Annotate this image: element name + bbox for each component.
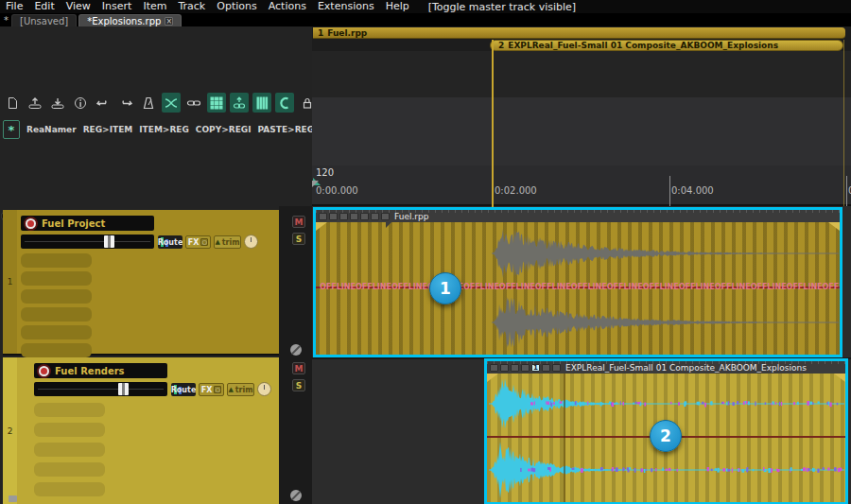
- track-2-pan-knob[interactable]: [257, 382, 271, 396]
- toolbar-button-paste-reg[interactable]: PASTE>REG: [258, 125, 315, 134]
- fade-out-handle[interactable]: [834, 374, 845, 382]
- track-1-number[interactable]: 1: [3, 210, 17, 354]
- active-take-badge[interactable]: 1: [531, 364, 540, 372]
- volume-handle[interactable]: [104, 235, 114, 248]
- fx-lane-slot[interactable]: [34, 403, 105, 417]
- tempo-marker[interactable]: 120: [316, 167, 334, 178]
- menu-help[interactable]: Help: [380, 0, 415, 13]
- action-star-icon[interactable]: *: [3, 120, 20, 139]
- menu-item[interactable]: Item: [137, 0, 172, 13]
- toolbar-button-reanamer[interactable]: ReaNamer: [26, 125, 77, 134]
- menu-actions[interactable]: Actions: [263, 0, 312, 13]
- item-group-icon[interactable]: [552, 364, 561, 372]
- item-group-icon[interactable]: [381, 213, 390, 220]
- track-1-solo-button[interactable]: S: [292, 233, 305, 245]
- fx-lane-slot[interactable]: [21, 343, 92, 357]
- track-1-route-button[interactable]: Route: [158, 235, 182, 249]
- metronome-icon[interactable]: [139, 93, 158, 113]
- tab-explosions[interactable]: *Explosions.rpp ×: [78, 14, 182, 26]
- tab-unsaved[interactable]: [Unsaved]: [11, 14, 77, 26]
- track-1-trim-button[interactable]: ▲trim: [214, 235, 241, 249]
- track-2-volume-slider[interactable]: [34, 382, 167, 396]
- item-mute-icon[interactable]: [329, 213, 338, 220]
- item-props-icon[interactable]: [521, 364, 530, 372]
- track-1-mute-button[interactable]: M: [292, 216, 305, 228]
- track-2-number[interactable]: 2: [3, 357, 17, 504]
- track-2-mute-button[interactable]: M: [292, 362, 305, 374]
- item-lock-icon[interactable]: [490, 364, 498, 372]
- item-1-header[interactable]: Fuel.rpp: [316, 210, 840, 222]
- region-2-bar[interactable]: 2 EXPLReal_Fuel-Small 01 Composite_AKBOO…: [490, 40, 843, 51]
- auto-crossfade-icon[interactable]: [162, 93, 181, 113]
- fx-lane-slot[interactable]: [34, 423, 105, 437]
- track-2-route-button[interactable]: Route: [171, 383, 196, 396]
- fx-lane-slot[interactable]: [34, 462, 105, 477]
- item-2-header[interactable]: 1 EXPLReal_Fuel-Small 01 Composite_AKBOO…: [487, 361, 845, 374]
- save-project-icon[interactable]: [48, 93, 67, 113]
- track-2-trim-button[interactable]: ▲trim: [227, 383, 254, 396]
- menu-extensions[interactable]: Extensions: [312, 0, 380, 13]
- group-link-icon[interactable]: [230, 93, 249, 113]
- menu-insert[interactable]: Insert: [96, 0, 138, 13]
- undo-icon[interactable]: [94, 93, 113, 113]
- media-item-fuel-rpp[interactable]: Fuel.rpp OFFLINEOFFLINEOFFLINEOFFLINEOFF…: [313, 207, 842, 357]
- item-fx-icon[interactable]: [371, 213, 379, 220]
- fx-lane-slot[interactable]: [21, 289, 92, 304]
- track-1-volume-slider[interactable]: [21, 235, 154, 249]
- item-grouping-icon[interactable]: [184, 93, 203, 113]
- toggle-master-track-label[interactable]: [Toggle master track visible]: [415, 1, 576, 13]
- record-arm-icon[interactable]: [39, 366, 49, 376]
- track-1-phase-button[interactable]: [290, 344, 302, 356]
- fx-lane-slot[interactable]: [34, 482, 105, 496]
- volume-handle[interactable]: [118, 383, 129, 395]
- fx-lane-slot[interactable]: [21, 325, 92, 339]
- project-info-icon[interactable]: [71, 93, 90, 113]
- redo-icon[interactable]: [116, 93, 135, 113]
- envelope-icon: ▲: [228, 386, 233, 393]
- fx-lane-slot[interactable]: [34, 443, 105, 457]
- item-1-waveform-area[interactable]: OFFLINEOFFLINEOFFLINEOFFLINEOFFLINEOFFLI…: [316, 222, 840, 355]
- toolbar-button-copy-regi[interactable]: COPY>REGI: [196, 125, 252, 134]
- folder-collapse-button[interactable]: [9, 495, 17, 502]
- menu-track[interactable]: Track: [172, 0, 211, 13]
- fade-out-handle[interactable]: [828, 222, 840, 231]
- item-lock-icon[interactable]: [319, 213, 327, 220]
- toolbar-button-item-reg[interactable]: ITEM>REG: [139, 125, 189, 134]
- fx-lane-slot[interactable]: [21, 253, 92, 268]
- track-2-phase-button[interactable]: [290, 490, 302, 501]
- menu-view[interactable]: View: [61, 0, 96, 13]
- item-notes-icon[interactable]: [511, 364, 519, 372]
- fx-power-icon[interactable]: ○: [200, 238, 208, 246]
- item-props-icon[interactable]: [350, 213, 358, 220]
- track-1-fx-button[interactable]: FX○: [185, 235, 211, 249]
- grid-icon[interactable]: [207, 93, 226, 113]
- toolbar-button-reg-item[interactable]: REG>ITEM: [83, 125, 133, 134]
- fx-lane-slot[interactable]: [21, 307, 92, 322]
- magnet-snap-icon[interactable]: [275, 93, 294, 113]
- fade-in-handle[interactable]: [487, 374, 498, 382]
- track-1-name-box[interactable]: Fuel Project: [21, 216, 154, 231]
- menu-edit[interactable]: Edit: [28, 0, 60, 13]
- record-arm-icon[interactable]: [26, 218, 36, 229]
- track-2-solo-button[interactable]: S: [292, 379, 305, 391]
- region-2-index: 2: [498, 41, 504, 50]
- fx-power-icon[interactable]: ○: [214, 386, 221, 393]
- snap-spacing-icon[interactable]: [252, 93, 271, 113]
- open-project-icon[interactable]: [26, 93, 44, 113]
- track-2-name-box[interactable]: Fuel Renders: [34, 363, 167, 378]
- stretch-marker-line: [564, 374, 565, 502]
- track-1-pan-knob[interactable]: [244, 235, 258, 249]
- fade-in-handle[interactable]: [316, 222, 327, 231]
- item-fx-icon[interactable]: [542, 364, 550, 372]
- timeline-ruler[interactable]: 120 0:00.0000:02.0000:04.0000:06.000: [312, 165, 851, 206]
- item-env-icon[interactable]: [360, 213, 369, 220]
- menu-file[interactable]: File: [0, 0, 28, 13]
- item-mute-icon[interactable]: [500, 364, 509, 372]
- item-notes-icon[interactable]: [339, 213, 348, 220]
- new-project-icon[interactable]: [3, 93, 22, 113]
- region-1-bar[interactable]: 1 Fuel.rpp: [313, 27, 845, 39]
- tab-close-icon[interactable]: ×: [165, 17, 173, 26]
- track-2-fx-button[interactable]: FX○: [199, 383, 224, 396]
- menu-options[interactable]: Options: [211, 0, 262, 13]
- fx-lane-slot[interactable]: [21, 271, 92, 286]
